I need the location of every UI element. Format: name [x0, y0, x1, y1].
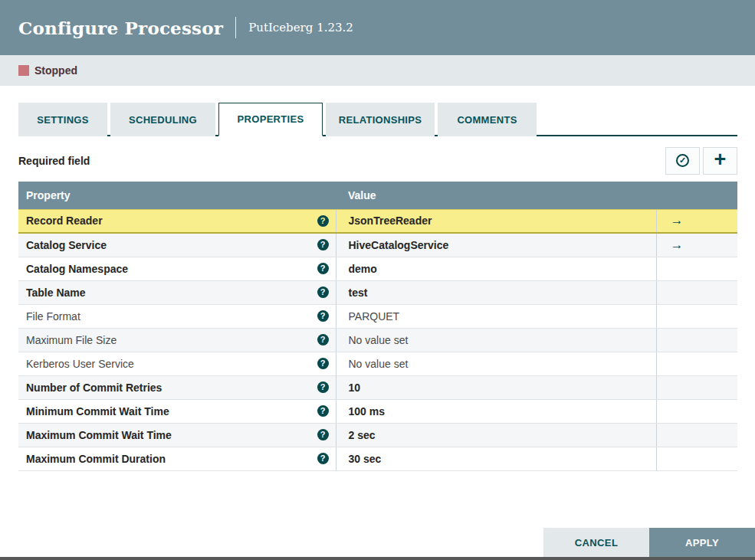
tab-relationships[interactable]: RELATIONSHIPS	[326, 103, 435, 136]
properties-table-body: Record Reader?JsonTreeReader→Catalog Ser…	[18, 209, 737, 470]
processor-name-version: PutIceberg 1.23.2	[248, 21, 353, 34]
property-name-cell: File Format?	[18, 304, 336, 328]
help-icon[interactable]: ?	[317, 453, 329, 464]
property-action-cell	[656, 328, 737, 352]
cancel-button[interactable]: CANCEL	[543, 528, 649, 557]
property-name: File Format	[26, 310, 80, 323]
property-value-cell[interactable]: No value set	[336, 328, 656, 352]
help-icon[interactable]: ?	[317, 239, 329, 251]
goto-service-arrow-icon[interactable]: →	[671, 237, 684, 252]
help-icon[interactable]: ?	[317, 382, 329, 393]
property-row: Catalog Namespace?demo	[18, 257, 737, 280]
verify-properties-button[interactable]: ✓	[665, 147, 700, 175]
property-name: Kerberos User Service	[26, 358, 134, 370]
property-row: Catalog Service?HiveCatalogService→	[18, 233, 737, 257]
title-divider	[235, 17, 236, 38]
stopped-status-icon	[18, 65, 29, 76]
property-value-cell[interactable]: No value set	[336, 352, 656, 375]
status-label: Stopped	[34, 64, 77, 77]
property-name: Record Reader	[26, 215, 103, 227]
property-name: Table Name	[26, 287, 86, 299]
goto-service-arrow-icon[interactable]: →	[671, 213, 684, 228]
property-value-cell[interactable]: 30 sec	[336, 447, 656, 470]
property-row: Minimum Commit Wait Time?100 ms	[18, 399, 737, 423]
property-name-cell: Number of Commit Retries?	[18, 375, 336, 399]
property-row: Record Reader?JsonTreeReader→	[18, 209, 737, 233]
dialog-title: Configure Processor	[18, 18, 223, 38]
help-icon[interactable]: ?	[317, 358, 329, 369]
property-name: Maximum Commit Wait Time	[26, 429, 172, 441]
dialog-header: Configure Processor PutIceberg 1.23.2	[0, 0, 755, 55]
property-name-cell: Catalog Service?	[18, 233, 336, 257]
column-header-value: Value	[336, 182, 656, 209]
property-action-cell	[656, 304, 737, 328]
property-row: Kerberos User Service?No value set	[18, 352, 737, 375]
property-action-cell	[656, 447, 737, 470]
column-header-actions	[656, 182, 737, 209]
plus-icon: +	[714, 149, 727, 170]
property-name: Catalog Namespace	[26, 263, 128, 275]
property-action-cell: →	[656, 233, 737, 257]
tab-bar: SETTINGSSCHEDULINGPROPERTIESRELATIONSHIP…	[18, 103, 737, 136]
required-field-label: Required field	[18, 155, 90, 167]
dialog-bottom-edge	[0, 557, 755, 560]
tab-comments[interactable]: COMMENTS	[438, 103, 537, 136]
help-icon[interactable]: ?	[317, 263, 329, 274]
property-name-cell: Minimum Commit Wait Time?	[18, 399, 336, 423]
dialog-body: SETTINGSSCHEDULINGPROPERTIESRELATIONSHIP…	[0, 86, 755, 471]
add-property-button[interactable]: +	[703, 147, 737, 175]
property-name-cell: Maximum Commit Wait Time?	[18, 423, 336, 447]
properties-table: Property Value Record Reader?JsonTreeRea…	[18, 182, 737, 471]
property-name: Number of Commit Retries	[26, 382, 162, 394]
table-header-row: Property Value	[18, 182, 737, 209]
property-action-cell	[656, 280, 737, 304]
property-name: Minimum Commit Wait Time	[26, 405, 169, 418]
help-icon[interactable]: ?	[317, 429, 329, 440]
property-name: Catalog Service	[26, 239, 107, 251]
column-header-property: Property	[18, 182, 336, 209]
properties-toolbar: Required field ✓ +	[18, 146, 737, 175]
property-name-cell: Maximum File Size?	[18, 328, 336, 352]
property-row: Maximum Commit Duration?30 sec	[18, 447, 737, 470]
property-name: Maximum Commit Duration	[26, 453, 166, 465]
check-circle-icon: ✓	[676, 154, 689, 167]
property-name-cell: Maximum Commit Duration?	[18, 447, 336, 470]
property-value-cell[interactable]: test	[336, 280, 656, 304]
property-row: Table Name?test	[18, 280, 737, 304]
configure-processor-dialog: Configure Processor PutIceberg 1.23.2 St…	[0, 0, 755, 560]
property-name-cell: Kerberos User Service?	[18, 352, 336, 375]
property-value-cell[interactable]: PARQUET	[336, 304, 656, 328]
tab-settings[interactable]: SETTINGS	[18, 103, 107, 136]
property-value-cell[interactable]: JsonTreeReader	[336, 209, 656, 233]
property-value-cell[interactable]: demo	[336, 257, 656, 280]
property-name-cell: Table Name?	[18, 280, 336, 304]
tab-scheduling[interactable]: SCHEDULING	[110, 103, 215, 136]
help-icon[interactable]: ?	[317, 405, 329, 417]
property-value-cell[interactable]: 10	[336, 375, 656, 399]
property-action-cell	[656, 352, 737, 375]
property-name-cell: Record Reader?	[18, 209, 336, 233]
property-name-cell: Catalog Namespace?	[18, 257, 336, 280]
apply-button[interactable]: APPLY	[649, 528, 755, 557]
tab-properties[interactable]: PROPERTIES	[218, 103, 323, 136]
help-icon[interactable]: ?	[317, 310, 329, 322]
property-value-cell[interactable]: 100 ms	[336, 399, 656, 423]
property-row: File Format?PARQUET	[18, 304, 737, 328]
property-value-cell[interactable]: 2 sec	[336, 423, 656, 447]
property-row: Number of Commit Retries?10	[18, 375, 737, 399]
help-icon[interactable]: ?	[317, 334, 329, 345]
property-row: Maximum File Size?No value set	[18, 328, 737, 352]
dialog-footer: CANCEL APPLY	[0, 528, 755, 557]
property-action-cell	[656, 399, 737, 423]
status-bar: Stopped	[0, 55, 755, 86]
property-row: Maximum Commit Wait Time?2 sec	[18, 423, 737, 447]
property-action-cell	[656, 423, 737, 447]
help-icon[interactable]: ?	[317, 287, 329, 298]
property-action-cell	[656, 375, 737, 399]
property-action-cell: →	[656, 209, 737, 233]
property-value-cell[interactable]: HiveCatalogService	[336, 233, 656, 257]
property-name: Maximum File Size	[26, 334, 117, 346]
property-action-cell	[656, 257, 737, 280]
help-icon[interactable]: ?	[317, 215, 329, 227]
